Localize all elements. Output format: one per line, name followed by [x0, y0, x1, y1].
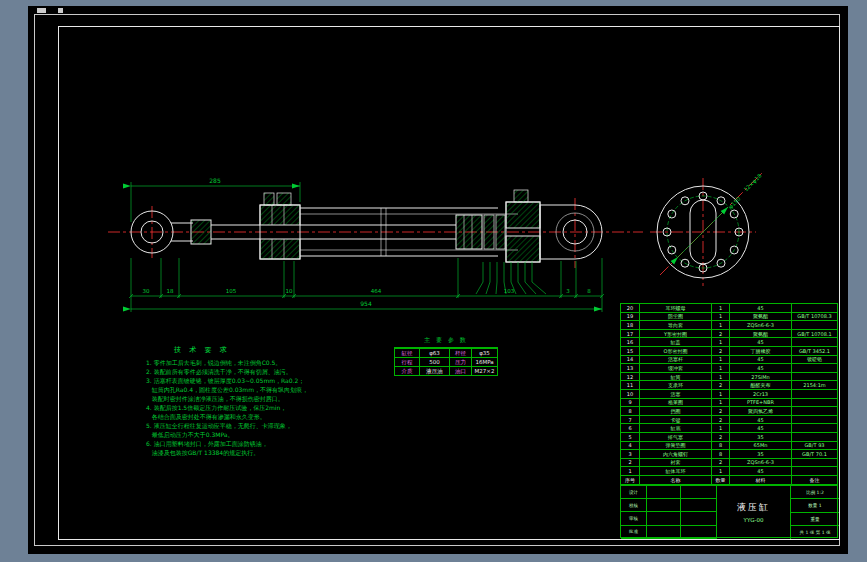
bom-qty: 1	[711, 356, 729, 365]
bom-material: 45	[729, 467, 791, 476]
bom-no: 4	[621, 442, 639, 451]
bom-no: 18	[621, 321, 639, 330]
bom-qty: 1	[711, 364, 729, 373]
bom-note: GB/T 93	[791, 442, 837, 451]
signature-name-cell	[647, 512, 681, 525]
flange-holes-note: 12×φ18	[743, 172, 764, 193]
bom-header-qty: 数量	[711, 476, 729, 485]
bom-no: 5	[621, 433, 639, 442]
bom-note	[791, 424, 837, 433]
bom-note: GB/T 10708.1	[791, 330, 837, 339]
bom-no: 14	[621, 356, 639, 365]
signature-date-cell	[681, 512, 717, 525]
bom-material: 聚氨酯	[729, 313, 791, 322]
title-block-right: 比例 1:2数量 1重量共 1 张 第 1 张	[791, 486, 839, 539]
svg-text:464: 464	[371, 288, 382, 294]
note-line: 5. 液压缸全行程往复运动应平稳，无爬行、卡滞现象，	[146, 421, 438, 430]
bom-note	[791, 390, 837, 399]
bom-name: 活塞	[639, 390, 711, 399]
cad-application-canvas: 285 30 18 105 10 464 103 3 8 954 12×φ18 …	[0, 0, 867, 562]
bom-note: 2154:1m	[791, 381, 837, 390]
bom-qty: 1	[711, 313, 729, 322]
signature-date-cell	[681, 499, 717, 512]
title-block-center: 液压缸 YYG-00	[717, 486, 791, 539]
bom-name: 支承环	[639, 381, 711, 390]
bom-note	[791, 338, 837, 347]
bom-no: 7	[621, 416, 639, 425]
bom-list: 20 耳环螺母 1 45 19 防尘圈 1 聚氨酯 GB/T 10708.3	[621, 304, 837, 476]
bom-qty: 1	[711, 373, 729, 382]
bom-note: GB/T 3452.1	[791, 347, 837, 356]
bom-name: 缓冲套	[639, 364, 711, 373]
parameters-table: 主 要 参 数 缸径 φ63 杆径 φ35 行程 500 压力 16MPa	[394, 336, 498, 376]
bom-material: 45	[729, 364, 791, 373]
bom-note	[791, 407, 837, 416]
bom-material: 45	[729, 416, 791, 425]
bom-note: GB/T 10708.3	[791, 313, 837, 322]
dimension-annotations	[129, 182, 728, 312]
bom-material: 65Mn	[729, 442, 791, 451]
cylinder-assembly-view	[131, 190, 602, 262]
signature-date-cell	[681, 486, 717, 499]
bom-name: 活塞杆	[639, 356, 711, 365]
bom-note	[791, 433, 837, 442]
bom-no: 20	[621, 304, 639, 313]
note-line: 缸筒内孔Ra0.4，圆柱度公差0.03mm，不得有纵向划痕，	[146, 385, 438, 394]
bom-header-material: 材料	[729, 476, 791, 485]
parameters-row: 介质 液压油 油口 M27×2	[395, 366, 497, 375]
bom-no: 2	[621, 459, 639, 468]
bom-qty: 2	[711, 433, 729, 442]
bom-row: 17 Y形密封圈 2 聚氨酯 GB/T 10708.1	[621, 330, 837, 339]
param-value: 液压油	[419, 366, 449, 376]
drawing-number: YYG-00	[744, 517, 764, 523]
signature-label: 校核	[621, 499, 647, 512]
bom-material: 丁腈橡胶	[729, 347, 791, 356]
bom-qty: 1	[711, 467, 729, 476]
bom-row: 11 支承环 2 酚醛夹布 2154:1m	[621, 381, 837, 390]
bom-name: 内六角螺钉	[639, 450, 711, 459]
drawing-title: 液压缸	[737, 501, 770, 514]
title-block-right-cell: 比例 1:2	[791, 486, 839, 500]
dim-total: 954	[360, 300, 372, 307]
bom-row: 7 卡键 2 45	[621, 416, 837, 425]
bom-row: 2 衬套 2 ZQSn6-6-3	[621, 459, 837, 468]
bom-name: 格莱圈	[639, 399, 711, 408]
bom-note: 镀硬铬	[791, 356, 837, 365]
note-line: 各结合面及密封处不得有渗漏和永久变形。	[146, 412, 438, 421]
title-block-right-cell: 数量 1	[791, 499, 839, 513]
parameters-grid: 缸径 φ63 杆径 φ35 行程 500 压力 16MPa 介质	[394, 347, 498, 376]
bom-no: 6	[621, 424, 639, 433]
bom-qty: 2	[711, 459, 729, 468]
signature-row: 校核	[621, 499, 716, 512]
bom-row: 8 挡圈 2 聚四氟乙烯	[621, 407, 837, 416]
note-line: 最低启动压力不大于0.3MPa。	[146, 430, 438, 439]
bom-qty: 2	[711, 381, 729, 390]
bom-name: 缸底	[639, 424, 711, 433]
bom-row: 1 缸体耳环 1 45	[621, 467, 837, 476]
bom-qty: 8	[711, 450, 729, 459]
signature-date-cell	[681, 526, 717, 539]
bom-name: 缸体耳环	[639, 467, 711, 476]
bom-qty: 2	[711, 407, 729, 416]
bom-row: 5 排气塞 2 35	[621, 433, 837, 442]
bom-name: Y形密封圈	[639, 330, 711, 339]
bom-header-no: 序号	[621, 476, 639, 485]
bom-name: 弹簧垫圈	[639, 442, 711, 451]
bom-row: 18 导向套 1 ZQSn6-6-3	[621, 321, 837, 330]
registration-marks	[37, 8, 63, 13]
bom-name: 缸筒	[639, 373, 711, 382]
parameters-title: 主 要 参 数	[394, 336, 498, 345]
bom-name: 卡键	[639, 416, 711, 425]
bom-name: 耳环螺母	[639, 304, 711, 313]
signature-name-cell	[647, 499, 681, 512]
drawing-sheet: 285 30 18 105 10 464 103 3 8 954 12×φ18 …	[28, 6, 848, 554]
bom-material: 35	[729, 433, 791, 442]
note-line: 4. 装配后按1.5倍额定压力作耐压试验，保压2min，	[146, 403, 438, 412]
bom-material: 45	[729, 304, 791, 313]
bom-qty: 1	[711, 338, 729, 347]
bom-note	[791, 364, 837, 373]
dim-top: 285	[209, 177, 221, 184]
bom-header-name: 名称	[639, 476, 711, 485]
signature-label: 审核	[621, 512, 647, 525]
bom-no: 8	[621, 407, 639, 416]
